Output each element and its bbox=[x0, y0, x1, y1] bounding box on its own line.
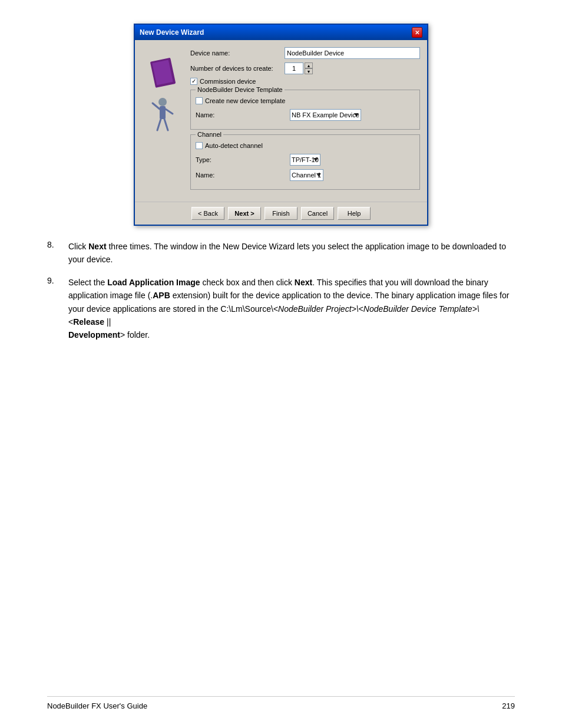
spinner-down-button[interactable]: ▼ bbox=[305, 68, 313, 74]
finish-button[interactable]: Finish bbox=[265, 207, 297, 220]
device-name-row: Device name: bbox=[190, 47, 420, 59]
step-9-apb-bold: APB bbox=[153, 291, 170, 300]
channel-type-label: Type: bbox=[196, 156, 290, 163]
template-name-select[interactable]: NB FX Example Device bbox=[290, 109, 361, 121]
step-9: 9. Select the Load Application Image che… bbox=[47, 276, 515, 342]
step-9-content: Select the Load Application Image check … bbox=[68, 276, 515, 342]
step-8: 8. Click Next three times. The window in… bbox=[47, 240, 515, 266]
template-name-wrapper: NB FX Example Device bbox=[290, 109, 415, 121]
template-group: NodeBuilder Device Template Create new d… bbox=[190, 90, 420, 130]
close-icon: ✕ bbox=[415, 29, 419, 36]
create-template-checkbox[interactable] bbox=[196, 97, 203, 104]
template-name-row: Name: NB FX Example Device bbox=[196, 109, 415, 121]
commission-checkmark: ✓ bbox=[191, 78, 196, 84]
num-devices-label: Number of devices to create: bbox=[190, 65, 285, 72]
template-group-content: Create new device template Name: NB FX E… bbox=[196, 97, 415, 121]
auto-detect-row: Auto-detect channel bbox=[196, 142, 415, 149]
commission-checkbox[interactable]: ✓ bbox=[190, 78, 197, 85]
next-button[interactable]: Next > bbox=[228, 207, 261, 220]
dialog-footer: < Back Next > Finish Cancel Help bbox=[135, 202, 427, 225]
wizard-illustration-area bbox=[142, 47, 183, 195]
channel-name-select[interactable]: Channel 1 bbox=[290, 169, 323, 181]
dialog-close-button[interactable]: ✕ bbox=[412, 27, 422, 38]
channel-name-row: Name: Channel 1 bbox=[196, 169, 415, 181]
svg-line-5 bbox=[166, 109, 173, 114]
help-button[interactable]: Help bbox=[338, 207, 371, 220]
channel-name-wrapper: Channel 1 bbox=[290, 169, 415, 181]
channel-name-label: Name: bbox=[196, 172, 290, 179]
device-name-label: Device name: bbox=[190, 50, 285, 57]
channel-type-row: Type: TP/FT-10 bbox=[196, 154, 415, 166]
footer-left: NodeBuilder FX User's Guide bbox=[47, 701, 147, 710]
device-name-input[interactable] bbox=[285, 47, 420, 59]
back-button[interactable]: < Back bbox=[191, 207, 224, 220]
commission-label: Commission device bbox=[200, 78, 256, 85]
dialog-form-content: Device name: Number of devices to create… bbox=[190, 47, 420, 195]
step-8-content: Click Next three times. The window in th… bbox=[68, 240, 515, 266]
template-group-title: NodeBuilder Device Template bbox=[196, 86, 285, 93]
page-footer: NodeBuilder FX User's Guide 219 bbox=[47, 696, 515, 710]
step-8-next-bold: Next bbox=[88, 242, 106, 251]
step-9-number: 9. bbox=[47, 276, 59, 342]
num-devices-row: Number of devices to create: ▲ ▼ bbox=[190, 62, 420, 74]
step-9-path-italic: <NodeBuilder Project>\<NodeBuilder Devic… bbox=[273, 304, 480, 314]
commission-checkbox-row: ✓ Commission device bbox=[190, 78, 420, 85]
purple-card-icon bbox=[147, 57, 179, 90]
dialog-title-text: New Device Wizard bbox=[140, 28, 204, 37]
step-9-release-bold: Release bbox=[73, 317, 104, 327]
dialog-titlebar: New Device Wizard ✕ bbox=[135, 25, 427, 40]
svg-rect-3 bbox=[160, 106, 166, 119]
svg-point-2 bbox=[158, 98, 167, 106]
num-devices-spinner: ▲ ▼ bbox=[285, 62, 313, 74]
num-devices-input[interactable] bbox=[285, 62, 303, 74]
auto-detect-label: Auto-detect channel bbox=[205, 142, 263, 149]
step-9-load-bold: Load Application Image bbox=[107, 278, 200, 287]
auto-detect-checkbox[interactable] bbox=[196, 142, 203, 149]
cancel-button[interactable]: Cancel bbox=[301, 207, 334, 220]
step-8-number: 8. bbox=[47, 240, 59, 266]
create-template-label: Create new device template bbox=[205, 97, 285, 104]
footer-right: 219 bbox=[502, 701, 515, 710]
channel-type-select[interactable]: TP/FT-10 bbox=[290, 154, 320, 166]
svg-line-7 bbox=[164, 119, 168, 130]
dialog-title-area: New Device Wizard bbox=[140, 28, 204, 37]
channel-group: Channel Auto-detect channel bbox=[190, 134, 420, 190]
channel-group-title: Channel bbox=[196, 131, 223, 138]
page: New Device Wizard ✕ bbox=[0, 0, 562, 728]
dialog-body: Device name: Number of devices to create… bbox=[135, 40, 427, 202]
svg-line-6 bbox=[157, 119, 161, 130]
spinner-buttons: ▲ ▼ bbox=[305, 62, 313, 74]
new-device-wizard-dialog: New Device Wizard ✕ bbox=[134, 24, 428, 226]
create-template-row: Create new device template bbox=[196, 97, 415, 104]
channel-type-wrapper: TP/FT-10 bbox=[290, 154, 415, 166]
spinner-up-button[interactable]: ▲ bbox=[305, 62, 313, 68]
stick-figure-icon bbox=[148, 96, 177, 136]
step-9-next-bold: Next bbox=[295, 278, 312, 287]
svg-line-4 bbox=[153, 103, 160, 109]
dialog-screenshot-area: New Device Wizard ✕ bbox=[47, 24, 515, 226]
channel-group-content: Auto-detect channel Type: TP/FT-10 bbox=[196, 142, 415, 181]
step-9-development-bold: Development bbox=[68, 330, 120, 340]
template-name-label: Name: bbox=[196, 111, 290, 118]
